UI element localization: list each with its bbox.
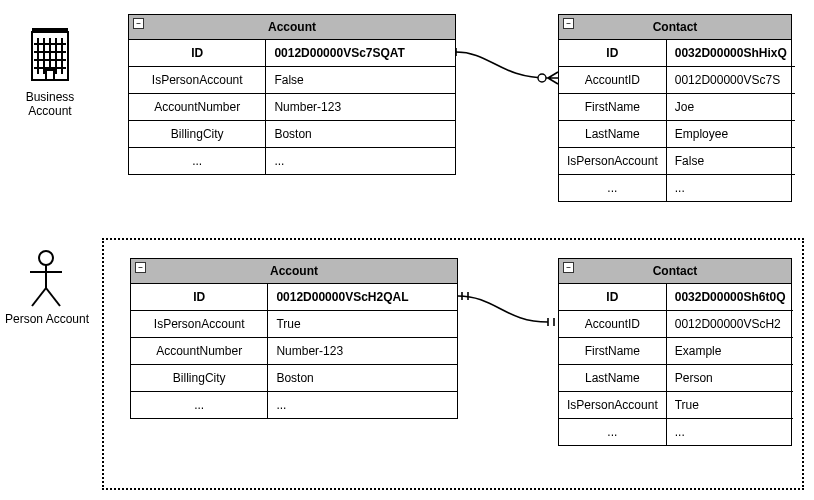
table-row: FirstNameExample [559,338,793,365]
title-text: Account [270,264,318,278]
field-name: ... [131,392,268,419]
field-name: BillingCity [131,365,268,392]
id-label: ID [129,40,266,67]
entity-title: – Contact [559,259,791,284]
id-value: 0012D00000VScH2QAL [268,284,457,311]
field-value: True [268,311,457,338]
id-row: ID 0032D00000Sh6t0Q [559,284,793,311]
table-row: LastNamePerson [559,365,793,392]
field-name: AccountNumber [129,94,266,121]
svg-rect-1 [32,28,68,32]
table-row: BillingCityBoston [131,365,457,392]
table-row: ...... [559,175,795,202]
field-value: Boston [266,121,455,148]
title-text: Contact [653,264,698,278]
table-row: ...... [131,392,457,419]
field-value: Joe [666,94,795,121]
field-value: Boston [268,365,457,392]
id-row: ID 0032D00000ShHixQ [559,40,795,67]
collapse-icon[interactable]: – [563,18,574,29]
id-label: ID [131,284,268,311]
field-name: BillingCity [129,121,266,148]
field-name: IsPersonAccount [131,311,268,338]
field-name: FirstName [559,338,666,365]
entity-table: ID 0012D00000VSc7SQAT IsPersonAccountFal… [129,40,455,174]
collapse-icon[interactable]: – [563,262,574,273]
field-name: ... [129,148,266,175]
entity-title: – Contact [559,15,791,40]
field-value: ... [666,175,795,202]
diagram-canvas: Business Account Person Account – Accoun… [0,0,814,500]
table-row: LastNameEmployee [559,121,795,148]
table-row: BillingCityBoston [129,121,455,148]
field-value: ... [666,419,793,446]
field-value: 0012D00000VScH2 [666,311,793,338]
business-account-label: Business Account [18,90,82,119]
svg-line-15 [32,288,46,306]
id-row: ID 0012D00000VSc7SQAT [129,40,455,67]
id-value: 0032D00000ShHixQ [666,40,795,67]
id-label: ID [559,40,666,67]
entity-table: ID 0032D00000Sh6t0Q AccountID0012D00000V… [559,284,793,445]
collapse-icon[interactable]: – [135,262,146,273]
field-name: FirstName [559,94,666,121]
entity-title: – Account [129,15,455,40]
field-name: AccountNumber [131,338,268,365]
table-row: AccountID0012D00000VScH2 [559,311,793,338]
field-value: False [666,148,795,175]
field-name: LastName [559,365,666,392]
table-row: IsPersonAccountTrue [559,392,793,419]
svg-point-12 [39,251,53,265]
entity-table: ID 0012D00000VScH2QAL IsPersonAccountTru… [131,284,457,418]
id-label: ID [559,284,666,311]
id-value: 0012D00000VSc7SQAT [266,40,455,67]
id-row: ID 0012D00000VScH2QAL [131,284,457,311]
svg-point-18 [538,74,546,82]
field-name: ... [559,419,666,446]
table-row: ...... [129,148,455,175]
entity-account-person: – Account ID 0012D00000VScH2QAL IsPerson… [130,258,458,419]
entity-contact-business: – Contact ID 0032D00000ShHixQ AccountID0… [558,14,792,202]
field-name: ... [559,175,666,202]
id-value: 0032D00000Sh6t0Q [666,284,793,311]
table-row: AccountNumberNumber-123 [131,338,457,365]
title-text: Contact [653,20,698,34]
svg-line-16 [46,288,60,306]
field-name: IsPersonAccount [129,67,266,94]
field-name: IsPersonAccount [559,392,666,419]
table-row: FirstNameJoe [559,94,795,121]
person-icon [24,250,68,308]
table-row: ...... [559,419,793,446]
field-name: IsPersonAccount [559,148,666,175]
collapse-icon[interactable]: – [133,18,144,29]
table-row: IsPersonAccountFalse [129,67,455,94]
person-account-label: Person Account [2,312,92,326]
entity-contact-person: – Contact ID 0032D00000Sh6t0Q AccountID0… [558,258,792,446]
field-name: LastName [559,121,666,148]
entity-table: ID 0032D00000ShHixQ AccountID0012D00000V… [559,40,795,201]
table-row: AccountNumberNumber-123 [129,94,455,121]
field-value: False [266,67,455,94]
field-name: AccountID [559,311,666,338]
field-value: True [666,392,793,419]
field-value: ... [266,148,455,175]
field-value: 0012D00000VSc7S [666,67,795,94]
building-icon [26,28,74,84]
entity-title: – Account [131,259,457,284]
field-value: Employee [666,121,795,148]
table-row: IsPersonAccountFalse [559,148,795,175]
table-row: IsPersonAccountTrue [131,311,457,338]
entity-account-business: – Account ID 0012D00000VSc7SQAT IsPerson… [128,14,456,175]
field-name: AccountID [559,67,666,94]
svg-rect-11 [46,70,54,80]
field-value: Example [666,338,793,365]
field-value: Number-123 [266,94,455,121]
field-value: ... [268,392,457,419]
table-row: AccountID0012D00000VSc7S [559,67,795,94]
title-text: Account [268,20,316,34]
field-value: Number-123 [268,338,457,365]
field-value: Person [666,365,793,392]
